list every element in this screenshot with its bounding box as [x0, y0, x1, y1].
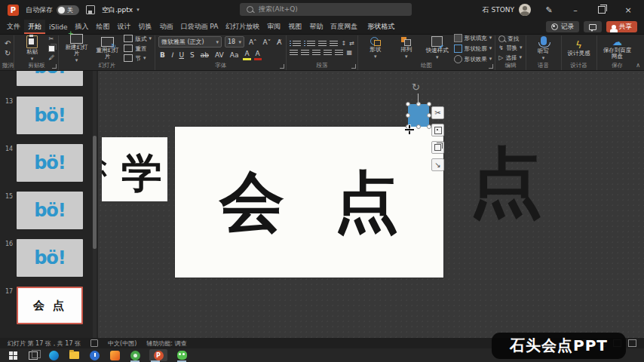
save-icon[interactable]: [86, 5, 95, 14]
dictate-button[interactable]: 听写 ▾: [529, 35, 558, 62]
tab-pocket-animation[interactable]: 口袋动画 PA: [176, 20, 222, 34]
slideshow-view-icon[interactable]: [628, 339, 636, 347]
clock-app-button[interactable]: [88, 349, 100, 361]
tab-file[interactable]: 文件: [3, 20, 24, 34]
highlight-color-button[interactable]: A: [243, 49, 250, 60]
tab-design[interactable]: 设计: [113, 20, 134, 34]
slide-thumbnail-14[interactable]: bö!: [17, 144, 83, 182]
wechat-button[interactable]: [176, 349, 188, 361]
paste-button[interactable]: 粘贴 ▾: [17, 35, 46, 63]
slide-canvas-area[interactable]: 学 会 点 点 ↻ ✂ ↘: [98, 71, 644, 338]
slide-thumbnail-15[interactable]: bö!: [17, 192, 83, 229]
decrease-indent-button[interactable]: [318, 41, 327, 48]
start-button[interactable]: [7, 349, 19, 361]
tab-baidu-netdisk[interactable]: 百度网盘: [327, 20, 361, 34]
shape-fill-button[interactable]: 形状填充▾: [454, 34, 492, 42]
font-size-select[interactable]: 18 ▾: [225, 36, 244, 48]
minimize-button[interactable]: –: [567, 2, 584, 17]
document-title[interactable]: 空白.pptx ▾: [102, 5, 140, 15]
align-center-button[interactable]: [301, 50, 309, 57]
shape-outline-button[interactable]: 形状轮廓▾: [454, 44, 492, 53]
tab-home[interactable]: 开始: [24, 20, 45, 34]
align-left-button[interactable]: [290, 50, 298, 57]
cut-button[interactable]: ✂: [48, 35, 55, 43]
tab-view[interactable]: 视图: [284, 20, 305, 34]
tab-slideshow[interactable]: 幻灯片放映: [222, 20, 263, 34]
layout-button[interactable]: 版式▾: [124, 35, 152, 42]
text-direction-button[interactable]: ⇄: [349, 40, 354, 48]
pen-mode-icon[interactable]: ✎: [541, 2, 557, 17]
find-button[interactable]: 查找: [498, 35, 522, 42]
offslide-character[interactable]: 点: [469, 140, 543, 223]
select-button[interactable]: ▷选择▾: [498, 54, 522, 62]
tab-animations[interactable]: 动画: [155, 20, 176, 34]
save-to-netdisk-button[interactable]: ☁ 保存到百度网盘: [600, 37, 635, 60]
slide-thumbnail-16[interactable]: bö!: [17, 239, 83, 277]
bold-button[interactable]: B: [158, 51, 167, 60]
clear-formatting-button[interactable]: A̸: [275, 38, 283, 47]
align-right-button[interactable]: [312, 50, 320, 57]
text-shadow-button[interactable]: S: [189, 51, 196, 60]
green-app-button[interactable]: [129, 349, 141, 361]
columns-button[interactable]: [335, 50, 343, 57]
search-input[interactable]: 搜索(Alt+Q): [240, 3, 412, 16]
smartart-convert-button[interactable]: ▦: [346, 49, 352, 57]
close-button[interactable]: ×: [620, 2, 636, 17]
justify-button[interactable]: [324, 50, 332, 57]
powerpoint-taskbar-button[interactable]: P: [149, 349, 167, 361]
crop-tool-button[interactable]: [431, 124, 444, 137]
comments-button[interactable]: [584, 21, 602, 32]
slide-thumbnail-partial[interactable]: bö!: [17, 71, 83, 86]
redo-button[interactable]: ↻: [5, 50, 11, 57]
slide-title-text[interactable]: 会 点: [219, 158, 412, 247]
rotation-handle[interactable]: ↻: [412, 81, 420, 93]
thumbnail-scrollbar[interactable]: [93, 71, 97, 338]
tab-transitions[interactable]: 切换: [134, 20, 155, 34]
change-case-button[interactable]: Aa: [228, 51, 241, 60]
character-spacing-button[interactable]: AV: [213, 51, 225, 60]
shrink-font-button[interactable]: A˅: [262, 38, 273, 47]
task-view-button[interactable]: [27, 349, 39, 361]
arrange-button[interactable]: 排列 ▾: [392, 36, 421, 60]
design-ideas-button[interactable]: ϟ 设计灵感: [565, 40, 593, 57]
autosave-control[interactable]: 自动保存 关: [26, 5, 79, 15]
italic-button[interactable]: I: [170, 51, 175, 60]
accessibility-status[interactable]: 辅助功能: 调查: [146, 339, 186, 348]
grow-font-button[interactable]: A˄: [247, 38, 259, 47]
tab-shape-format[interactable]: 形状格式: [363, 20, 398, 34]
selection-handle[interactable]: [416, 102, 421, 106]
replace-button[interactable]: ↯替换▾: [498, 44, 522, 52]
resize-tool-button[interactable]: ↘: [431, 158, 444, 171]
reset-button[interactable]: 重置: [124, 44, 152, 52]
numbering-button[interactable]: [307, 41, 315, 48]
selection-handle[interactable]: [406, 102, 410, 106]
slide-thumbnail-17-selected[interactable]: 会 点: [17, 287, 83, 324]
increase-indent-button[interactable]: [330, 41, 338, 48]
tab-insert[interactable]: 插入: [71, 20, 92, 34]
record-button[interactable]: 记录: [546, 21, 579, 32]
language-indicator[interactable]: 中文(中国): [108, 339, 136, 348]
underline-button[interactable]: U: [177, 51, 186, 60]
restore-button[interactable]: [593, 2, 610, 17]
reuse-slides-button[interactable]: 重用幻灯片: [93, 36, 121, 60]
collapse-ribbon-button[interactable]: ∧: [636, 62, 640, 69]
edge-browser-button[interactable]: [48, 349, 60, 361]
autosave-toggle[interactable]: 关: [57, 5, 79, 15]
shapes-button[interactable]: 形状 ▾: [361, 36, 390, 60]
scrollbar-thumb[interactable]: [93, 136, 97, 249]
tab-draw[interactable]: 绘图: [92, 20, 113, 34]
format-painter-button[interactable]: 🖉: [48, 54, 55, 62]
copy-button[interactable]: [48, 45, 55, 52]
current-slide[interactable]: 会 点: [175, 127, 443, 278]
font-color-button[interactable]: A: [254, 49, 262, 60]
tab-review[interactable]: 审阅: [263, 20, 284, 34]
file-explorer-button[interactable]: [68, 349, 80, 361]
copy-tool-button[interactable]: [431, 141, 444, 154]
section-button[interactable]: 节▾: [124, 54, 152, 62]
selection-handle[interactable]: [406, 113, 410, 118]
cut-tool-button[interactable]: ✂: [431, 106, 444, 119]
bullets-button[interactable]: [293, 41, 301, 48]
line-spacing-button[interactable]: ↕: [341, 40, 346, 48]
share-button[interactable]: 共享: [606, 21, 637, 32]
font-name-select[interactable]: 微软雅黑 (正文) ▾: [158, 36, 222, 48]
